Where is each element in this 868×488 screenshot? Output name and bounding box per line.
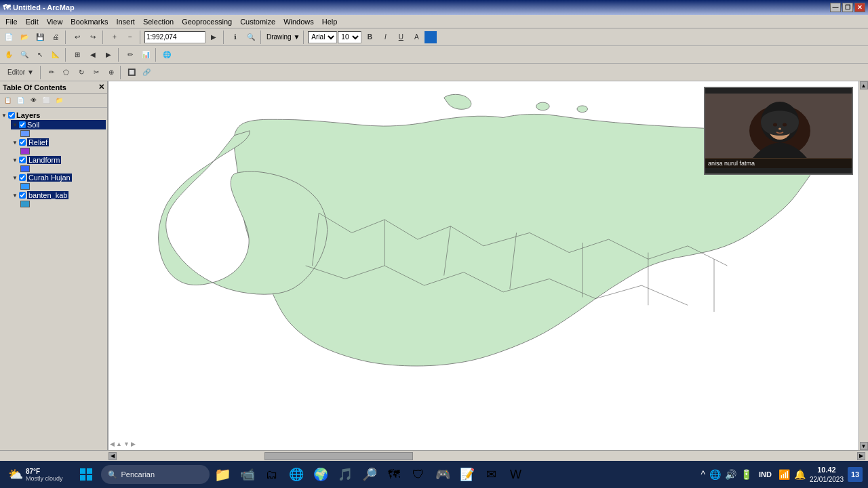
menu-bookmarks[interactable]: Bookmarks [66,16,112,27]
find-btn[interactable]: 🔍 [243,30,258,45]
layer-relief[interactable]: ▼ Relief [11,138,106,147]
redo-btn[interactable]: ↪ [85,30,100,45]
menu-view[interactable]: View [43,16,67,27]
scale-input[interactable] [144,31,205,43]
measure-tool[interactable]: 📐 [48,47,63,62]
restore-button[interactable]: ❐ [842,3,853,12]
menu-insert[interactable]: Insert [112,16,139,27]
identify-btn[interactable]: ℹ [228,30,243,45]
fill-color-btn[interactable] [425,31,437,43]
ed-snap[interactable]: 🔲 [124,65,139,80]
toc-list-btn[interactable]: 📋 [1,95,14,106]
zoom-in-btn[interactable]: + [107,30,122,45]
banten-checkbox[interactable] [19,192,26,199]
ed-reshape[interactable]: ⬠ [59,65,74,80]
minimize-button[interactable]: — [830,3,841,12]
menu-geoprocessing[interactable]: Geoprocessing [178,16,236,27]
underline-btn[interactable]: U [393,30,408,45]
taskbar-mail[interactable]: ✉ [481,464,502,485]
taskbar-word[interactable]: W [505,464,527,485]
italic-btn[interactable]: I [378,30,393,45]
editor-dropdown[interactable]: Editor ▼ [3,65,39,80]
ed-pencil[interactable]: ✏ [44,65,59,80]
undo-btn[interactable]: ↩ [70,30,85,45]
taskbar-music[interactable]: 🎵 [334,464,356,485]
ed-cut[interactable]: ✂ [89,65,104,80]
scale-apply[interactable]: ▶ [206,30,221,45]
vertical-scrollbar[interactable]: ▲ ▼ [859,81,868,450]
toc-selection-btn[interactable]: ⬜ [40,95,52,106]
toc-source-btn[interactable]: 📁 [53,95,65,106]
ed-topology[interactable]: 🔗 [139,65,154,80]
menu-windows[interactable]: Windows [279,16,318,27]
font-color-btn[interactable]: A [409,30,424,45]
clock[interactable]: 10.42 22/01/2023 [810,465,844,483]
scroll-left-btn[interactable]: ◀ [108,452,117,460]
bold-btn[interactable]: B [362,30,377,45]
full-extent-btn[interactable]: ⊞ [70,47,85,62]
layer-soil[interactable]: ▼ Soil [11,120,106,129]
layer-banten-kab[interactable]: ▼ banten_kab [11,190,106,200]
zoom-out-btn[interactable]: − [123,30,138,45]
notification-icon[interactable]: 🔔 [794,469,806,480]
taskbar-red-app[interactable]: 🛡 [408,464,429,485]
taskbar-teams[interactable]: 📹 [237,464,258,485]
landform-checkbox[interactable] [19,157,26,163]
taskbar-search[interactable]: 🔍 Pencarian [101,465,210,484]
print-btn[interactable]: 🖨 [48,30,63,45]
font-family-select[interactable]: Arial [308,31,337,43]
menu-edit[interactable]: Edit [22,16,43,27]
map-area[interactable]: anisa nurul fatma ◀ ▲ ▼ ▶ [108,81,859,450]
scroll-thumb-h[interactable] [264,452,412,460]
taskbar-file-explorer[interactable]: 📁 [212,464,234,485]
tray-arrow[interactable]: ^ [701,469,705,480]
attributes-btn[interactable]: 📊 [138,47,153,62]
taskbar-search2[interactable]: 🔎 [359,464,380,485]
prev-extent-btn[interactable]: ◀ [85,47,100,62]
open-btn[interactable]: 📂 [17,30,32,45]
soil-checkbox[interactable] [19,121,26,128]
scroll-right-btn[interactable]: ▶ [857,452,865,460]
select-tool[interactable]: ↖ [33,47,47,62]
horizontal-scrollbar[interactable]: ◀ ▶ [0,450,868,461]
layer-curah-hujan[interactable]: ▼ Curah Hujan [11,173,106,182]
taskbar-edge[interactable]: 🌐 [285,464,307,485]
zoom-tool[interactable]: 🔍 [17,47,32,62]
wifi-icon[interactable]: 📶 [778,469,790,480]
next-extent-btn[interactable]: ▶ [101,47,116,62]
start-button[interactable] [74,462,98,487]
taskbar-chrome[interactable]: 🌍 [310,464,332,485]
menu-selection[interactable]: Selection [139,16,178,27]
new-btn[interactable]: 📄 [1,30,16,45]
taskbar-maps[interactable]: 🗺 [383,464,405,485]
menu-customize[interactable]: Customize [236,16,279,27]
toc-close-button[interactable]: ✕ [98,83,104,92]
taskbar-files[interactable]: 🗂 [261,464,283,485]
tray-battery[interactable]: 🔋 [741,469,752,480]
edit-tool[interactable]: ✏ [123,47,138,62]
tray-network[interactable]: 🌐 [709,469,721,480]
taskbar-sticky[interactable]: 📝 [456,464,478,485]
taskbar-game[interactable]: 🎮 [432,464,454,485]
menu-help[interactable]: Help [318,16,342,27]
toc-visibility-btn[interactable]: 👁 [27,95,39,106]
language-indicator[interactable]: IND [756,470,774,479]
close-button[interactable]: ✕ [854,3,865,12]
pan-btn[interactable]: ✋ [1,47,16,62]
layer-landform[interactable]: ▼ Landform [11,155,106,165]
toc-props-btn[interactable]: 📄 [14,95,26,106]
ed-rotate[interactable]: ↻ [74,65,89,80]
scroll-up-btn[interactable]: ▲ [860,81,868,89]
scroll-down-btn[interactable]: ▼ [860,442,868,450]
layers-checkbox[interactable] [8,112,15,119]
layers-group-header[interactable]: ▼ Layers [1,110,106,120]
sep7 [65,48,68,62]
font-size-select[interactable]: 10 [338,31,361,43]
curah-checkbox[interactable] [19,174,26,181]
relief-checkbox[interactable] [19,139,26,146]
menu-file[interactable]: File [1,16,22,27]
ed-merge[interactable]: ⊕ [104,65,119,80]
titlebar-controls[interactable]: — ❐ ✕ [830,3,865,12]
tray-volume[interactable]: 🔊 [725,469,736,480]
save-btn[interactable]: 💾 [33,30,47,45]
